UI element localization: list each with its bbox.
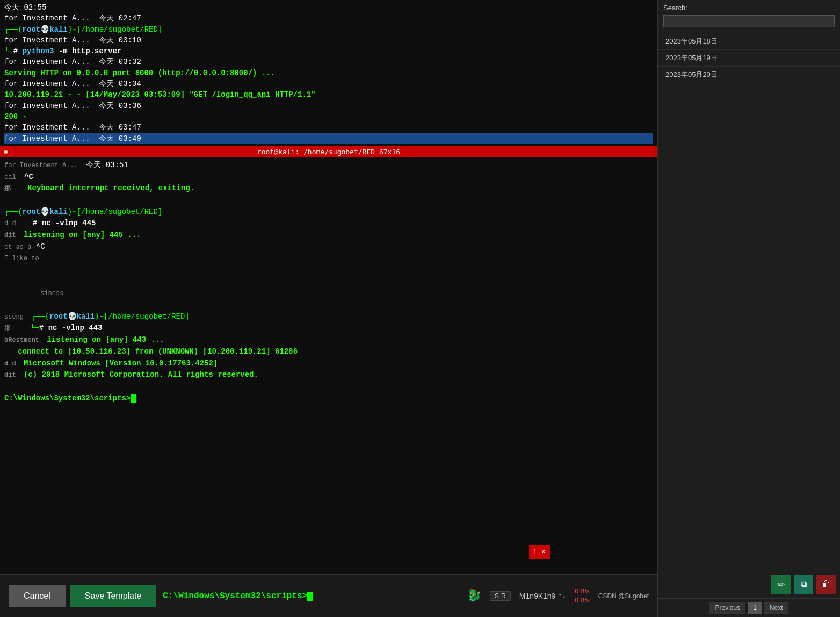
terminal-line: I like to: [4, 253, 653, 264]
terminal-title: root@kali: /home/sugobet/RED 67x16: [257, 148, 400, 156]
right-panel: Search: 2023年05月18日 2023年05月19日 2023年05月…: [657, 0, 840, 617]
terminal-line: [4, 381, 653, 393]
terminal-line: for Investment A... 今天 03:47: [4, 122, 653, 133]
terminal-line: Serving HTTP on 0.0.0.0 port 8000 (http:…: [4, 68, 653, 78]
trash-icon: 🗑: [822, 579, 830, 589]
terminal-line: for Investment A... 今天 03:10: [4, 35, 653, 46]
terminal-line: d d └─# nc -vlnp 445: [4, 218, 653, 229]
terminal-line: C:\Windows\System32\scripts>: [4, 393, 653, 405]
terminal-line: 那 └─# nc -vlnp 443: [4, 322, 653, 334]
terminal-line: ┌──(root💀kali)-[/home/sugobet/RED]: [4, 24, 653, 35]
chevron-up-down-icon: ⌃⌄: [557, 593, 566, 599]
kali-logo-icon: 🐉: [467, 589, 481, 603]
date-item-3[interactable]: 2023年05月20日: [658, 67, 840, 83]
terminal-line: for Investment A... 今天 03:49: [4, 133, 653, 144]
bottom-bar: Cancel Save Template C:\Windows\System32…: [0, 574, 657, 617]
main-layout: 今天 02:55 for Investment A... 今天 02:47 ┌─…: [0, 0, 840, 617]
terminal-line: sseng ┌──(root💀kali)-[/home/sugobet/RED]: [4, 311, 653, 323]
download-speed: 0 B/s: [575, 596, 589, 605]
terminal-line: 今天 02:55: [4, 2, 653, 13]
terminal-line: siness: [4, 276, 653, 311]
main-terminal-area: 今天 02:55 for Investment A... 今天 02:47 ┌─…: [0, 0, 657, 617]
search-section: Search:: [658, 0, 840, 31]
sr-badge: S R: [490, 591, 511, 601]
badge-number: 1: [533, 547, 537, 557]
bottom-right-status: 🐉 S R M1n9K1n9 ⌃⌄ 0 B/s 0 B/s CSDN @Sugo…: [467, 587, 649, 605]
terminal-line: 那 Keyboard interrupt received, exiting.: [4, 183, 653, 195]
copy-button[interactable]: ⧉: [794, 575, 813, 594]
csdn-label: CSDN @Sugobet: [598, 592, 649, 600]
date-list: 2023年05月18日 2023年05月19日 2023年05月20日: [658, 31, 840, 570]
action-buttons: ✏ ⧉ 🗑: [658, 570, 840, 598]
terminal-line: [4, 264, 653, 276]
terminal-icon: ▣: [4, 148, 8, 155]
terminal-line: cal ^C: [4, 171, 653, 183]
terminal-titlebar: ▣ root@kali: /home/sugobet/RED 67x16: [0, 146, 657, 157]
terminal-line: d d Microsoft Windows [Version 10.0.1776…: [4, 358, 653, 370]
terminal-line: 200 -: [4, 111, 653, 122]
copy-icon: ⧉: [801, 579, 807, 589]
terminal-bottom-pane: for Investment A... 今天 03:51 cal ^C 那 Ke…: [0, 157, 657, 574]
bottom-left-actions: Cancel Save Template: [9, 585, 156, 607]
pagination: Previous 1 Next: [658, 598, 840, 617]
number-badge: 1 ×: [529, 545, 550, 559]
edit-icon: ✏: [778, 579, 785, 590]
terminal-line: dit listening on [any] 445 ...: [4, 229, 653, 241]
upload-speed: 0 B/s: [575, 587, 589, 596]
terminal-line: for Investment A... 今天 03:32: [4, 56, 653, 67]
terminal-line: bRestment listening on [any] 443 ...: [4, 334, 653, 346]
terminal-line: for Investment A... 今天 02:47: [4, 13, 653, 24]
search-input[interactable]: [663, 15, 835, 27]
search-label: Search:: [663, 4, 687, 12]
terminal-top-pane: 今天 02:55 for Investment A... 今天 02:47 ┌─…: [0, 0, 657, 146]
current-page: 1: [748, 602, 762, 614]
previous-button[interactable]: Previous: [709, 602, 745, 614]
terminal-line: ct as a ^C: [4, 241, 653, 253]
username: M1n9K1n9: [519, 592, 556, 600]
terminal-line: └─# python3 -m http.server: [4, 46, 653, 56]
date-item-2[interactable]: 2023年05月19日: [658, 50, 840, 67]
terminal-line: ┌──(root💀kali)-[/home/sugobet/RED]: [4, 206, 653, 218]
cancel-button[interactable]: Cancel: [9, 585, 66, 607]
edit-button[interactable]: ✏: [771, 575, 791, 594]
terminal-line: for Investment A... 今天 03:34: [4, 78, 653, 89]
terminal-line: connect to [10.50.116.23] from (UNKNOWN)…: [4, 346, 653, 358]
terminal-line: for Investment A... 今天 03:36: [4, 101, 653, 111]
terminal-line: for Investment A... 今天 03:51: [4, 160, 653, 171]
next-button[interactable]: Next: [764, 602, 788, 614]
s-label: S: [495, 593, 499, 599]
r-label: R: [501, 593, 506, 599]
delete-button[interactable]: 🗑: [816, 575, 836, 594]
close-icon[interactable]: ×: [541, 546, 546, 558]
user-label: M1n9K1n9 ⌃⌄: [519, 592, 567, 600]
windows-cmd-line: C:\Windows\System32\scripts>: [163, 591, 460, 601]
date-item-1[interactable]: 2023年05月18日: [658, 33, 840, 50]
terminal-line: [4, 195, 653, 206]
terminal-line: 10.200.119.21 - - [14/May/2023 03:53:09]…: [4, 89, 653, 100]
save-template-button[interactable]: Save Template: [70, 585, 157, 607]
terminal-line: dit (c) 2018 Microsoft Corporation. All …: [4, 369, 653, 381]
network-stats: 0 B/s 0 B/s: [575, 587, 589, 605]
